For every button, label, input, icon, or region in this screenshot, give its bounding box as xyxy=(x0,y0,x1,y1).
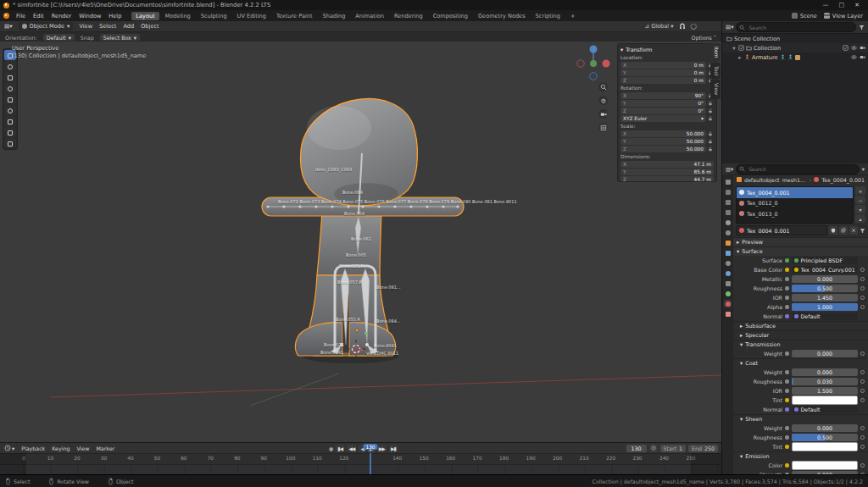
location-x-field[interactable]: X0 m xyxy=(620,62,706,69)
coat-weight-slider[interactable]: 0.000 xyxy=(792,368,858,376)
workspace-tab-geometry-nodes[interactable]: Geometry Nodes xyxy=(474,12,530,20)
emission-color-swatch[interactable] xyxy=(792,461,858,470)
workspace-tab-shading[interactable]: Shading xyxy=(319,12,350,20)
tab-object[interactable] xyxy=(724,239,732,246)
viewport-menu-object[interactable]: Object xyxy=(141,23,159,30)
outliner-search-input[interactable] xyxy=(747,24,853,31)
panel-specular[interactable]: ▸Specular xyxy=(733,330,868,340)
metallic-slider[interactable]: 0.000 xyxy=(792,275,858,283)
viewport-menu-add[interactable]: Add xyxy=(123,23,134,30)
material-slot-list[interactable]: Tex_0004_0.001 Tex_0012_0 Tex_0013_0 xyxy=(736,186,854,224)
next-keyframe-button[interactable]: ▶▶ xyxy=(377,445,387,452)
tab-modifiers[interactable] xyxy=(724,249,732,257)
minimize-button[interactable]: — xyxy=(823,2,829,8)
jump-to-end-button[interactable]: ▶▮ xyxy=(389,445,398,452)
preview-range-clock-icon[interactable] xyxy=(649,444,658,452)
timeline-menu-keying[interactable]: Keying xyxy=(52,445,70,451)
outliner-row-armature[interactable]: ▸ Armature xyxy=(722,53,868,62)
panel-preview[interactable]: ▸Preview xyxy=(733,237,868,246)
move-tool[interactable] xyxy=(4,72,16,82)
normal-input-button[interactable]: Default xyxy=(792,313,858,320)
options-dropdown[interactable]: Options˅ xyxy=(692,35,716,41)
slot-specials-button[interactable]: ▾ xyxy=(855,205,865,213)
coat-ior-field[interactable]: 1.500 xyxy=(792,387,858,395)
coat-roughness-slider[interactable]: 0.030 xyxy=(792,378,858,385)
workspace-tab-modeling[interactable]: Modeling xyxy=(161,12,195,20)
rotation-x-field[interactable]: X90° xyxy=(620,92,706,99)
roughness-slider[interactable]: 0.500 xyxy=(792,285,858,292)
scene-selector[interactable]: Scene xyxy=(792,13,817,19)
panel-sheen[interactable]: ▾Sheen xyxy=(733,414,868,423)
perspective-grid-icon[interactable] xyxy=(598,123,608,132)
current-frame-field[interactable]: 130 xyxy=(626,445,647,452)
properties-editor-icon[interactable]: ▥▾ xyxy=(726,166,733,172)
tab-physics[interactable] xyxy=(724,269,732,277)
hide-eye-icon[interactable] xyxy=(851,54,857,60)
filter-icon[interactable] xyxy=(859,25,865,30)
lock-icon[interactable] xyxy=(708,101,714,107)
rotate-tool[interactable] xyxy=(4,83,16,93)
playhead[interactable] xyxy=(370,453,371,475)
measure-tool[interactable] xyxy=(4,127,16,137)
timeline-menu-playback[interactable]: Playback xyxy=(21,445,45,451)
tab-scene[interactable] xyxy=(724,219,732,226)
workspace-tab-uv-editing[interactable]: UV Editing xyxy=(233,12,270,20)
scale-tool[interactable] xyxy=(4,94,16,104)
workspace-tab-rendering[interactable]: Rendering xyxy=(390,12,427,20)
lock-icon[interactable] xyxy=(708,116,714,122)
tab-world[interactable] xyxy=(724,229,732,236)
snap-label[interactable]: Snap xyxy=(81,35,94,41)
tab-view-layer[interactable] xyxy=(724,208,732,216)
outliner-editor-icon[interactable]: ▤▾ xyxy=(726,24,733,30)
close-button[interactable]: ✕ xyxy=(854,2,860,8)
material-datablock[interactable]: Tex_0004_0.001 xyxy=(736,225,827,235)
pan-hand-icon[interactable] xyxy=(598,96,608,105)
editor-type-icon[interactable]: ▤▾ xyxy=(4,23,13,30)
scale-z-field[interactable]: Z50.000 xyxy=(620,146,706,152)
coat-tint-swatch[interactable] xyxy=(792,396,858,405)
active-tool[interactable]: Select Box▾ xyxy=(100,34,140,41)
workspace-tab-texture-paint[interactable]: Texture Paint xyxy=(272,12,317,20)
sheen-roughness-slider[interactable]: 0.500 xyxy=(792,434,858,441)
maximize-button[interactable]: □ xyxy=(839,2,845,8)
checkbox-icon[interactable] xyxy=(738,45,744,51)
view-layer-selector[interactable]: View Layer xyxy=(824,13,863,19)
timeline-editor-icon[interactable]: ▾ xyxy=(4,445,14,451)
properties-search-input[interactable] xyxy=(747,165,856,173)
proportional-edit-icon[interactable]: ◯ xyxy=(691,23,697,30)
base-color-texture-button[interactable]: Tex_0004_Curvy.001 xyxy=(792,266,858,274)
transmission-weight-slider[interactable]: 0.000 xyxy=(792,350,858,357)
unlink-x-icon[interactable] xyxy=(849,226,858,235)
properties-options-icon[interactable]: ▾ xyxy=(862,166,865,172)
ior-field[interactable]: 1.450 xyxy=(792,294,858,302)
menu-file[interactable]: File xyxy=(16,13,25,19)
viewport-menu-view[interactable]: View xyxy=(79,23,92,30)
lock-icon[interactable] xyxy=(708,139,714,145)
menu-render[interactable]: Render xyxy=(52,13,71,19)
viewport-menu-select[interactable]: Select xyxy=(99,23,116,30)
orientation-dropdown[interactable]: ⊿ Global ▾ xyxy=(645,23,674,30)
orientation-value[interactable]: Default▾ xyxy=(43,34,75,41)
cursor-tool[interactable] xyxy=(4,61,16,71)
remove-slot-button[interactable]: − xyxy=(855,196,865,204)
frame-end-field[interactable]: End250 xyxy=(688,445,718,452)
panel-emission[interactable]: ▾Emission xyxy=(733,451,868,461)
panel-transmission[interactable]: ▾Transmission xyxy=(733,340,868,349)
tab-tool[interactable] xyxy=(724,178,732,185)
sidebar-tab-item[interactable]: Item xyxy=(710,43,721,62)
duplicate-icon[interactable] xyxy=(839,226,848,235)
dimensions-z-field[interactable]: Z44.7 m xyxy=(620,176,714,182)
timeline-menu-view[interactable]: View xyxy=(76,445,89,451)
tab-material[interactable] xyxy=(724,300,732,307)
workspace-tab-scripting[interactable]: Scripting xyxy=(531,12,565,20)
mode-selector[interactable]: Object Mode ▾ xyxy=(19,22,74,30)
lock-icon[interactable] xyxy=(708,108,714,114)
scale-y-field[interactable]: Y50.000 xyxy=(620,138,706,145)
lock-icon[interactable] xyxy=(708,131,714,137)
add-slot-button[interactable]: + xyxy=(855,186,865,195)
sheen-tint-swatch[interactable] xyxy=(792,442,858,451)
prev-keyframe-button[interactable]: ◀◀ xyxy=(347,445,356,452)
panel-surface[interactable]: ▾Surface xyxy=(733,246,868,256)
workspace-tab-sculpting[interactable]: Sculpting xyxy=(197,12,231,20)
fake-user-shield-icon[interactable] xyxy=(829,226,837,235)
